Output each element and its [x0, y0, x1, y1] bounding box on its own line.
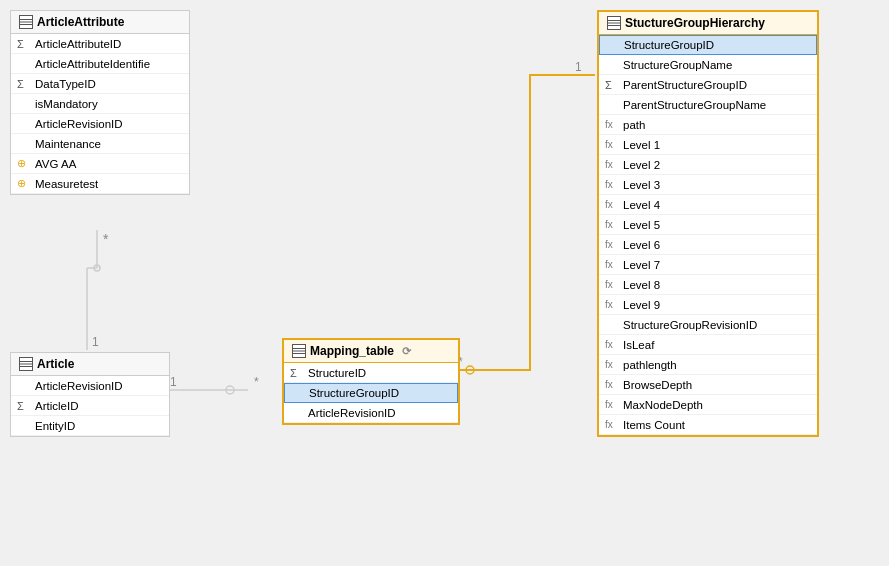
field-label: StructureGroupID: [624, 39, 714, 51]
field-row: ⊕ Measuretest: [11, 174, 189, 194]
field-calc-icon: fx: [605, 359, 613, 370]
svg-rect-14: [20, 16, 32, 19]
field-row: Σ StructureID: [284, 363, 458, 383]
field-label: Level 6: [623, 239, 660, 251]
field-sigma-icon: Σ: [17, 400, 24, 412]
table-article-attribute-name: ArticleAttribute: [37, 15, 124, 29]
field-label: Level 8: [623, 279, 660, 291]
field-calc-icon: fx: [605, 379, 613, 390]
field-row: fx BrowseDepth: [599, 375, 817, 395]
field-label: AVG AA: [35, 158, 76, 170]
field-sigma-icon: Σ: [605, 79, 612, 91]
table-article: Article ArticleRevisionID Σ ArticleID En…: [10, 352, 170, 437]
field-label: DataTypeID: [35, 78, 96, 90]
svg-rect-25: [293, 349, 305, 351]
field-calc-icon: fx: [605, 239, 613, 250]
svg-rect-32: [608, 26, 620, 29]
svg-rect-24: [293, 345, 305, 348]
table-article-attribute: ArticleAttribute Σ ArticleAttributeID Ar…: [10, 10, 190, 195]
field-row: fx Level 4: [599, 195, 817, 215]
field-row: EntityID: [11, 416, 169, 436]
svg-rect-16: [20, 23, 32, 25]
field-label: StructureID: [308, 367, 366, 379]
field-row: ArticleRevisionID: [11, 376, 169, 396]
field-calc-icon: fx: [605, 179, 613, 190]
field-label: path: [623, 119, 645, 131]
mapping-refresh-icon: ⟳: [402, 345, 411, 358]
field-row: fx Level 6: [599, 235, 817, 255]
field-row: ArticleRevisionID: [11, 114, 189, 134]
field-row-selected: StructureGroupID: [599, 35, 817, 55]
field-label: StructureGroupName: [623, 59, 732, 71]
field-row: ArticleAttributeIdentifie: [11, 54, 189, 74]
svg-text:1: 1: [575, 60, 582, 74]
svg-text:*: *: [254, 375, 259, 389]
svg-rect-31: [608, 24, 620, 26]
field-label: MaxNodeDepth: [623, 399, 703, 411]
field-row: Σ ArticleID: [11, 396, 169, 416]
field-label: Items Count: [623, 419, 685, 431]
field-label: BrowseDepth: [623, 379, 692, 391]
field-label: isMandatory: [35, 98, 98, 110]
table-article-name: Article: [37, 357, 74, 371]
field-label: Level 3: [623, 179, 660, 191]
field-label: Level 9: [623, 299, 660, 311]
field-label: ArticleAttributeID: [35, 38, 121, 50]
field-calc-icon: fx: [605, 299, 613, 310]
field-calc-icon: fx: [605, 419, 613, 430]
svg-point-12: [466, 366, 474, 374]
field-sigma-icon: Σ: [17, 38, 24, 50]
field-row: fx Level 7: [599, 255, 817, 275]
field-label: ArticleRevisionID: [35, 118, 123, 130]
table-article-attribute-header: ArticleAttribute: [11, 11, 189, 34]
field-row: Maintenance: [11, 134, 189, 154]
table-header-icon: [607, 16, 621, 30]
field-calc-icon: fx: [605, 339, 613, 350]
field-calc-icon: fx: [605, 259, 613, 270]
field-row: Σ DataTypeID: [11, 74, 189, 94]
field-row: ⊕ AVG AA: [11, 154, 189, 174]
field-label: Measuretest: [35, 178, 98, 190]
table-structure-group-header: StuctureGroupHierarchy: [599, 12, 817, 35]
svg-rect-27: [293, 354, 305, 357]
table-header-icon: [19, 357, 33, 371]
field-row-items-count: fx Items Count: [599, 415, 817, 435]
field-label: ArticleRevisionID: [35, 380, 123, 392]
field-row: Σ ParentStructureGroupID: [599, 75, 817, 95]
svg-rect-30: [608, 21, 620, 23]
field-avg-icon: ⊕: [17, 177, 26, 190]
field-calc-icon: fx: [605, 119, 613, 130]
field-label: ArticleID: [35, 400, 78, 412]
svg-rect-29: [608, 17, 620, 20]
field-label: ParentStructureGroupID: [623, 79, 747, 91]
field-calc-icon: fx: [605, 219, 613, 230]
table-article-header: Article: [11, 353, 169, 376]
table-mapping-name: Mapping_table: [310, 344, 394, 358]
field-row: StructureGroupName: [599, 55, 817, 75]
field-row: fx path: [599, 115, 817, 135]
field-label: pathlength: [623, 359, 677, 371]
svg-rect-20: [20, 362, 32, 364]
table-mapping-header: Mapping_table ⟳: [284, 340, 458, 363]
field-label: StructureGroupID: [309, 387, 399, 399]
diagram-canvas: * 1 1 * 1 * A: [0, 0, 889, 566]
table-structure-group: StuctureGroupHierarchy StructureGroupID …: [597, 10, 819, 437]
field-row: fx MaxNodeDepth: [599, 395, 817, 415]
svg-rect-19: [20, 358, 32, 361]
field-row: StructureGroupRevisionID: [599, 315, 817, 335]
table-header-icon: [19, 15, 33, 29]
field-row: fx IsLeaf: [599, 335, 817, 355]
svg-rect-15: [20, 20, 32, 22]
field-calc-icon: fx: [605, 199, 613, 210]
field-calc-icon: fx: [605, 139, 613, 150]
field-row: fx pathlength: [599, 355, 817, 375]
field-row: Σ ArticleAttributeID: [11, 34, 189, 54]
svg-rect-17: [20, 25, 32, 28]
svg-rect-26: [293, 352, 305, 354]
svg-point-4: [94, 265, 100, 271]
table-structure-group-name: StuctureGroupHierarchy: [625, 16, 765, 30]
field-row-selected: StructureGroupID: [284, 383, 458, 403]
field-row: ParentStructureGroupName: [599, 95, 817, 115]
field-row: isMandatory: [11, 94, 189, 114]
field-label: Level 7: [623, 259, 660, 271]
